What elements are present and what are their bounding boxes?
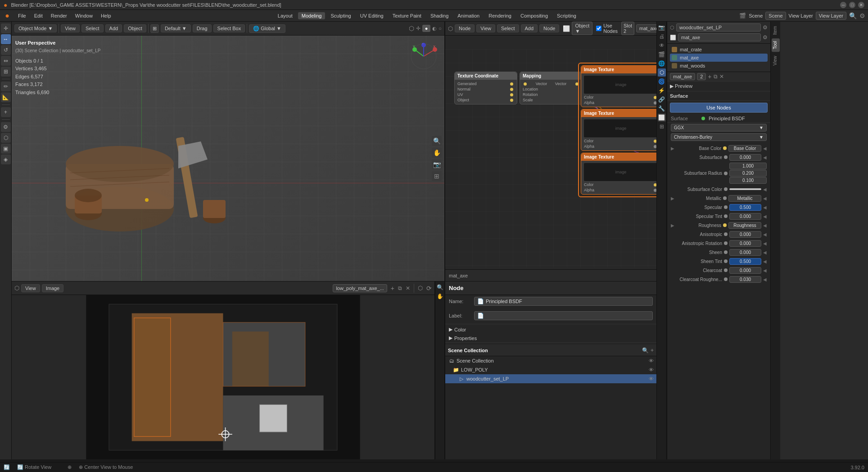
uv-clone-icon[interactable]: ⧉ — [398, 285, 402, 291]
sp-subsurface-arrow[interactable]: ◀ — [763, 155, 767, 160]
sp-subsurface-value[interactable]: 0.000 — [729, 154, 761, 161]
uv-canvas[interactable] — [12, 295, 434, 459]
distribution-dropdown[interactable]: GGX ▼ — [671, 124, 767, 132]
node-editor-select-menu[interactable]: Select — [497, 24, 519, 32]
menu-compositing[interactable]: Compositing — [517, 12, 552, 19]
ri-data[interactable]: ⊞ — [658, 123, 666, 131]
sp-speculartint-arrow[interactable]: ◀ — [763, 214, 767, 219]
uv-zoom-icon[interactable]: ⟳ — [426, 285, 432, 292]
ri-physics[interactable]: ⚡ — [658, 86, 666, 95]
sp-sheentint-value[interactable]: 0.500 — [729, 258, 761, 265]
sp-roughness-chevron[interactable]: ▶ — [671, 223, 674, 228]
menu-scripting[interactable]: Scripting — [553, 12, 580, 19]
blender-menu-icon[interactable]: ● — [3, 11, 12, 20]
sp-roughness-arrow[interactable]: ◀ — [763, 223, 767, 228]
sp-sheentint-arrow[interactable]: ◀ — [763, 259, 767, 264]
mat-row-axe[interactable]: mat_axe — [670, 54, 768, 62]
tool-rotate[interactable]: ↺ — [1, 45, 11, 55]
transform-mode[interactable]: Drag — [193, 24, 212, 32]
ri-shader[interactable]: ⬜ — [658, 113, 666, 122]
menu-modeling[interactable]: Modeling — [298, 12, 326, 19]
add-menu[interactable]: Add — [105, 24, 122, 32]
sp-specular-value[interactable]: 0.500 — [729, 204, 761, 211]
surface-type-value[interactable]: Principled BSDF — [709, 116, 745, 121]
sp-metallic-arrow[interactable]: ◀ — [763, 196, 767, 201]
uv-add-icon[interactable]: + — [391, 285, 394, 292]
vtab-view[interactable]: View — [772, 53, 780, 68]
obj-settings[interactable]: ⚙ — [763, 24, 768, 31]
tool-scale[interactable]: ⇔ — [1, 56, 11, 66]
outliner-item-woodcutter[interactable]: ▷ woodcutter_set_LP 👁 — [445, 374, 656, 383]
sp-subradius-val1[interactable]: 1.000 — [729, 163, 767, 169]
viewport-shading-mat[interactable]: ◐ — [432, 26, 437, 32]
uv-image-menu[interactable]: Image — [42, 284, 64, 292]
tool-extra3[interactable]: ◈ — [1, 154, 11, 164]
menu-animation[interactable]: Animation — [454, 12, 483, 19]
sp-clearcoatrough-value[interactable]: 0.030 — [729, 276, 761, 283]
mat-row-woods[interactable]: mat_woods — [670, 62, 768, 70]
mat-add-icon[interactable]: + — [708, 73, 711, 80]
slot-selector[interactable]: Slot 2 — [621, 22, 634, 35]
sp-specular-arrow[interactable]: ◀ — [763, 205, 767, 210]
ri-render[interactable]: 📷 — [658, 23, 666, 32]
viewports-btn[interactable]: ⊞ — [432, 171, 442, 181]
viewport-overlay-icon[interactable]: ⬡ — [409, 25, 414, 32]
sp-roughness-value[interactable]: Roughness — [728, 222, 761, 229]
sp-sheen-arrow[interactable]: ◀ — [763, 250, 767, 255]
object-menu[interactable]: Object — [124, 24, 146, 32]
tool-measure[interactable]: 📐 — [1, 92, 11, 102]
sp-speculartint-value[interactable]: 0.000 — [729, 213, 761, 220]
sp-metallic-value[interactable]: Metallic — [728, 195, 761, 202]
sp-subcolor-arrow[interactable]: ◀ — [763, 187, 767, 192]
close-button[interactable]: ✕ — [858, 2, 864, 8]
woodcutter-eye[interactable]: 👁 — [649, 376, 654, 381]
node-img-tex-1[interactable]: Image Texture image Color Alpha — [581, 65, 656, 107]
menu-render[interactable]: Render — [47, 12, 71, 19]
global-btn[interactable]: 🌐 Global ▼ — [249, 24, 285, 33]
sp-clearcoat-value[interactable]: 0.000 — [729, 267, 761, 274]
menu-layout[interactable]: Layout — [274, 12, 296, 19]
menu-window[interactable]: Window — [72, 12, 96, 19]
sp-metallic-chevron[interactable]: ▶ — [671, 196, 674, 201]
node-editor-node-menu[interactable]: Node — [455, 24, 475, 32]
ri-scene[interactable]: 🎬 — [658, 50, 666, 59]
outliner-item-low-poly[interactable]: 📁 LOW_POLY 👁 — [445, 365, 656, 374]
sp-anisotropicrot-value[interactable]: 0.000 — [729, 240, 761, 247]
mat-clone-icon[interactable]: ⧉ — [714, 73, 718, 80]
mat-name[interactable]: mat_axe — [678, 33, 761, 41]
sp-clearcoat-arrow[interactable]: ◀ — [763, 268, 767, 273]
view-menu[interactable]: View — [61, 24, 80, 32]
ri-object[interactable]: ⬡ — [658, 68, 666, 77]
menu-sculpting[interactable]: Sculpting — [327, 12, 354, 19]
mat-settings[interactable]: ⚙ — [763, 34, 768, 41]
color-section-header[interactable]: ▶ Color — [445, 325, 656, 334]
use-nodes-button[interactable]: Use Nodes — [670, 103, 768, 113]
outliner-add-icon[interactable]: + — [651, 347, 654, 354]
uv-side-search[interactable]: 🔍 — [436, 283, 444, 291]
ri-modifiers[interactable]: 🔧 — [658, 104, 666, 113]
search-icon[interactable]: 🔍 — [849, 12, 857, 19]
object-selector[interactable]: Object ▼ — [572, 22, 592, 35]
minimize-button[interactable]: ─ — [840, 2, 846, 8]
select-menu[interactable]: Select — [81, 24, 104, 32]
node-editor-node-btn[interactable]: Node — [539, 24, 559, 32]
menu-file[interactable]: File — [14, 12, 30, 19]
node-editor-add-menu[interactable]: Add — [521, 24, 538, 32]
tool-annotate[interactable]: ✏ — [1, 82, 11, 91]
mat-row-crate[interactable]: mat_crate — [670, 45, 768, 54]
sp-anisotropic-value[interactable]: 0.000 — [729, 231, 761, 238]
uv-side-pan[interactable]: ✋ — [436, 292, 444, 300]
sp-subcolor-value[interactable] — [729, 188, 761, 190]
orientation-selector[interactable]: ⊞ — [150, 24, 159, 33]
menu-rendering[interactable]: Rendering — [485, 12, 515, 19]
use-nodes-checkbox[interactable] — [596, 26, 601, 31]
outliner-item-scene-collection[interactable]: 🗂 Scene Collection 👁 — [445, 356, 656, 365]
mode-selector[interactable]: Object Mode ▼ — [14, 24, 57, 32]
view-layer-selector[interactable]: View Layer — [816, 12, 846, 20]
node-editor-view-menu[interactable]: View — [476, 24, 495, 32]
outliner-filter-icon[interactable]: 🔍 — [642, 347, 649, 354]
uv-view-menu[interactable]: View — [21, 284, 40, 292]
sp-anisotropic-arrow[interactable]: ◀ — [763, 232, 767, 237]
node-label-value[interactable]: 📄 — [474, 311, 653, 320]
scene-collection-eye[interactable]: 👁 — [649, 358, 654, 363]
